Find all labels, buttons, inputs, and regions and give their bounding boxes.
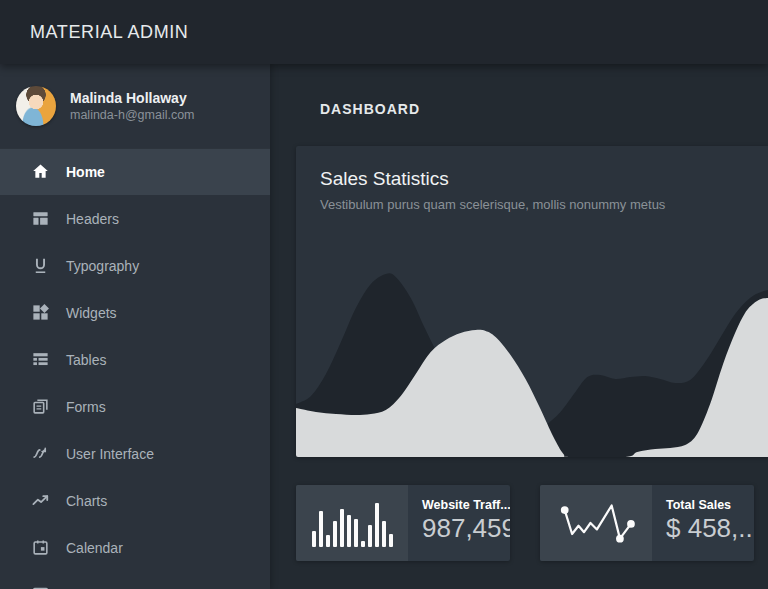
widget-label: Website Traff... [422, 498, 510, 512]
widget-value: 987,459 [422, 513, 510, 544]
sidebar-item-user-interface[interactable]: User Interface [0, 430, 270, 477]
photo-gallery-icon [30, 585, 50, 589]
sidebar-menu: HomeHeadersTypographyWidgetsTablesFormsU… [0, 148, 270, 589]
page-title: DASHBOARD [320, 101, 768, 117]
widget-label: Total Sales [666, 498, 754, 512]
profile-name: Malinda Hollaway [70, 89, 195, 107]
sidebar: Malinda Hollaway malinda-h@gmail.com Hom… [0, 64, 270, 589]
sidebar-item-home[interactable]: Home [0, 148, 270, 195]
sidebar-item-photo-gallery[interactable]: Photo Gallery [0, 571, 270, 589]
sidebar-item-label: Home [66, 164, 105, 180]
sidebar-item-label: Typography [66, 258, 139, 274]
website-traffic-widget: Website Traff... 987,459 [296, 485, 510, 561]
widget-value: $ 458,... [666, 513, 754, 544]
card-title: Sales Statistics [296, 146, 768, 190]
sidebar-item-label: Calendar [66, 540, 123, 556]
bar-sparkline-icon [296, 485, 408, 561]
charts-icon [30, 491, 50, 511]
sales-area-chart [296, 246, 768, 457]
sales-statistics-card: Sales Statistics Vestibulum purus quam s… [296, 146, 768, 457]
home-icon [30, 162, 50, 182]
sidebar-item-label: User Interface [66, 446, 154, 462]
topbar: MATERIAL ADMIN [0, 0, 768, 64]
sidebar-item-calendar[interactable]: Calendar [0, 524, 270, 571]
sidebar-item-forms[interactable]: Forms [0, 383, 270, 430]
headers-icon [30, 209, 50, 229]
avatar [16, 86, 56, 126]
total-sales-widget: Total Sales $ 458,... [540, 485, 754, 561]
profile-email: malinda-h@gmail.com [70, 107, 195, 124]
sidebar-item-label: Widgets [66, 305, 117, 321]
sidebar-item-label: Tables [66, 352, 106, 368]
sidebar-item-label: Charts [66, 493, 107, 509]
typography-icon [30, 256, 50, 276]
user-interface-icon [30, 444, 50, 464]
forms-icon [30, 397, 50, 417]
widgets-icon [30, 303, 50, 323]
sidebar-item-headers[interactable]: Headers [0, 195, 270, 242]
line-sparkline-icon [540, 485, 652, 561]
stat-widgets-row: Website Traff... 987,459 Total Sales $ 4… [296, 485, 768, 561]
tables-icon [30, 350, 50, 370]
sidebar-item-label: Forms [66, 399, 106, 415]
user-profile[interactable]: Malinda Hollaway malinda-h@gmail.com [0, 64, 270, 148]
sidebar-item-tables[interactable]: Tables [0, 336, 270, 383]
card-subtitle: Vestibulum purus quam scelerisque, molli… [296, 190, 768, 212]
sidebar-item-charts[interactable]: Charts [0, 477, 270, 524]
app-title: MATERIAL ADMIN [30, 22, 188, 43]
main-content: DASHBOARD Sales Statistics Vestibulum pu… [270, 64, 768, 589]
calendar-icon [30, 538, 50, 558]
sidebar-item-widgets[interactable]: Widgets [0, 289, 270, 336]
sidebar-item-label: Headers [66, 211, 119, 227]
sidebar-item-typography[interactable]: Typography [0, 242, 270, 289]
